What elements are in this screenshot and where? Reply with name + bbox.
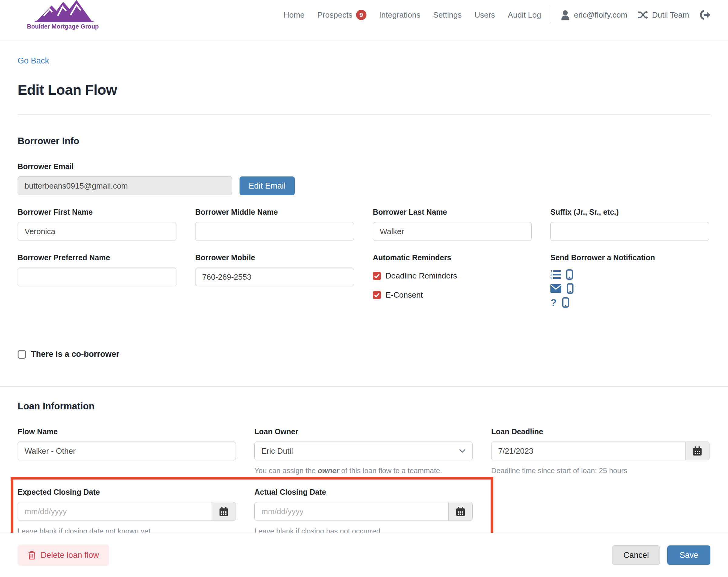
edit-email-button[interactable]: Edit Email	[239, 176, 295, 195]
send-notification-label: Send Borrower a Notification	[550, 253, 709, 262]
actual-closing-input[interactable]	[254, 502, 449, 521]
mobile-icon[interactable]	[566, 269, 573, 280]
nav-item-home[interactable]: Home	[284, 10, 305, 20]
mountain-logo-icon	[30, 0, 95, 23]
nav-team-switcher[interactable]: Dutil Team	[638, 10, 689, 20]
mobile-label: Borrower Mobile	[195, 253, 354, 262]
send-needs-list-notification: 1 2 3	[550, 269, 709, 280]
brand-logo[interactable]: Boulder Mortgage Group	[30, 0, 95, 30]
sign-out-button[interactable]	[700, 10, 710, 20]
suffix-input[interactable]	[550, 222, 709, 241]
last-name-label: Borrower Last Name	[373, 207, 531, 217]
mobile-input[interactable]	[195, 268, 354, 286]
automatic-reminders-label: Automatic Reminders	[373, 253, 531, 262]
loan-owner-value: Eric Dutil	[261, 446, 293, 456]
chevron-down-icon	[459, 449, 466, 453]
send-help-notification: ?	[550, 297, 709, 308]
edit-loan-flow-page: Go Back Edit Loan Flow Borrower Info Bor…	[0, 41, 728, 554]
question-icon[interactable]: ?	[550, 298, 557, 307]
loan-info-row: Flow Name Loan Owner Eric Dutil You can …	[18, 427, 710, 475]
borrower-email-label: Borrower Email	[18, 162, 710, 171]
preferred-name-input[interactable]	[18, 268, 176, 286]
e-consent-option: E-Consent	[373, 290, 531, 300]
title-divider	[18, 115, 710, 115]
trash-icon	[28, 551, 36, 560]
middle-name-input[interactable]	[195, 222, 354, 241]
borrower-info-heading: Borrower Info	[18, 136, 710, 147]
action-bar: Delete loan flow Cancel Save	[0, 533, 728, 577]
sign-out-icon	[700, 10, 710, 20]
delete-loan-flow-button[interactable]: Delete loan flow	[18, 545, 109, 566]
loan-deadline-calendar-button[interactable]	[685, 442, 709, 460]
co-borrower-row: There is a co-borrower	[18, 350, 710, 359]
deadline-reminders-checkbox[interactable]	[373, 272, 381, 280]
loan-owner-select[interactable]: Eric Dutil	[254, 442, 473, 460]
nav-user-menu[interactable]: eric@floify.com	[561, 10, 627, 20]
envelope-icon[interactable]	[550, 284, 561, 293]
expected-closing-label: Expected Closing Date	[18, 487, 236, 497]
loan-deadline-input[interactable]	[491, 442, 685, 460]
flow-name-input[interactable]	[18, 442, 236, 460]
section-divider	[0, 386, 728, 387]
loan-owner-label: Loan Owner	[254, 427, 473, 436]
expected-closing-input[interactable]	[18, 502, 212, 521]
prospects-count-badge: 9	[356, 10, 366, 20]
actual-closing-calendar-button[interactable]	[448, 502, 473, 521]
shuffle-icon	[638, 10, 648, 20]
calendar-icon	[218, 506, 229, 517]
nav-item-settings[interactable]: Settings	[433, 10, 462, 20]
top-navbar: Boulder Mortgage Group Home Prospects 9 …	[0, 0, 728, 41]
brand-name: Boulder Mortgage Group	[27, 23, 99, 30]
nav-item-integrations[interactable]: Integrations	[379, 10, 420, 20]
nav-separator	[551, 6, 551, 23]
closing-dates-annotation-box: Expected Closing Date	[10, 477, 493, 541]
borrower-contact-row: Borrower Preferred Name Borrower Mobile …	[18, 253, 710, 311]
nav-item-prospects[interactable]: Prospects 9	[317, 10, 366, 20]
user-icon	[561, 10, 570, 20]
actual-closing-label: Actual Closing Date	[254, 487, 473, 497]
expected-closing-calendar-button[interactable]	[212, 502, 236, 521]
go-back-link[interactable]: Go Back	[18, 56, 49, 66]
nav-links: Home Prospects 9 Integrations Settings U…	[284, 10, 541, 20]
preferred-name-label: Borrower Preferred Name	[18, 253, 176, 262]
check-icon	[374, 293, 380, 297]
co-borrower-checkbox[interactable]	[18, 350, 26, 359]
deadline-reminders-option: Deadline Reminders	[373, 271, 531, 281]
ordered-list-icon[interactable]: 1 2 3	[550, 270, 561, 279]
middle-name-label: Borrower Middle Name	[195, 207, 354, 217]
borrower-name-row: Borrower First Name Borrower Middle Name…	[18, 207, 710, 241]
first-name-input[interactable]	[18, 222, 176, 241]
loan-information-heading: Loan Information	[18, 401, 710, 412]
send-email-notification	[550, 283, 709, 294]
nav-item-audit-log[interactable]: Audit Log	[508, 10, 541, 20]
loan-deadline-label: Loan Deadline	[491, 427, 709, 436]
co-borrower-label: There is a co-borrower	[31, 350, 119, 359]
e-consent-checkbox[interactable]	[373, 291, 381, 299]
automatic-reminders-group: Automatic Reminders Deadline Reminders E…	[373, 253, 531, 311]
save-button[interactable]: Save	[667, 546, 710, 565]
svg-text:1: 1	[550, 270, 552, 273]
suffix-label: Suffix (Jr., Sr., etc.)	[550, 207, 709, 217]
borrower-email-input	[18, 176, 232, 195]
mobile-icon[interactable]	[562, 297, 569, 308]
team-name: Dutil Team	[652, 10, 689, 20]
svg-text:3: 3	[550, 276, 552, 279]
loan-deadline-help: Deadline time since start of loan: 25 ho…	[491, 467, 709, 475]
loan-owner-help: You can assign the owner of this loan fl…	[254, 467, 473, 475]
first-name-label: Borrower First Name	[18, 207, 176, 217]
user-email: eric@floify.com	[574, 10, 627, 20]
last-name-input[interactable]	[373, 222, 531, 241]
calendar-icon	[456, 506, 466, 517]
mobile-icon[interactable]	[567, 283, 573, 294]
send-notification-group: Send Borrower a Notification 1 2 3	[550, 253, 709, 311]
deadline-reminders-option-label: Deadline Reminders	[386, 271, 457, 281]
flow-name-label: Flow Name	[18, 427, 236, 436]
calendar-icon	[692, 446, 702, 456]
check-icon	[374, 274, 380, 278]
borrower-email-field: Borrower Email Edit Email	[18, 162, 710, 195]
nav-item-users[interactable]: Users	[474, 10, 495, 20]
page-title: Edit Loan Flow	[18, 81, 710, 98]
e-consent-option-label: E-Consent	[386, 290, 423, 300]
cancel-button[interactable]: Cancel	[612, 546, 660, 565]
